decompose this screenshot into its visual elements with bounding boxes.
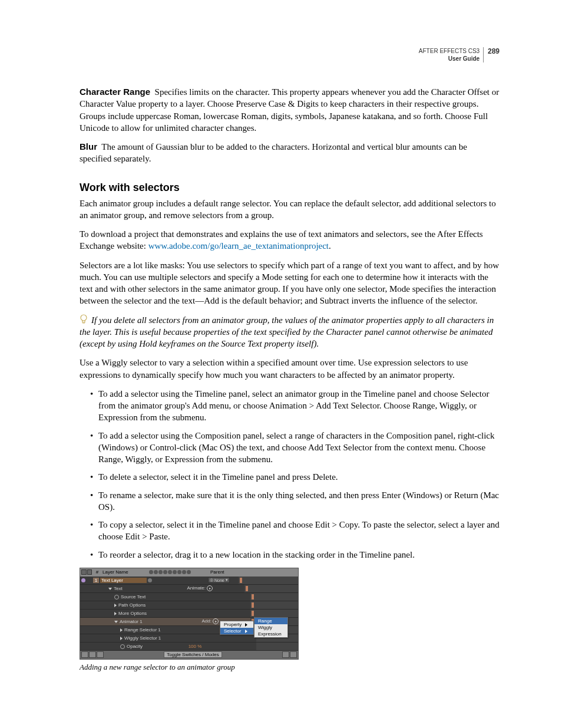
twirl-down-icon[interactable] (108, 588, 112, 590)
svg-point-0 (81, 315, 87, 321)
twirl-right-icon[interactable] (120, 637, 123, 640)
list-item: To rename a selector, make sure that it … (90, 489, 500, 513)
list-item: To copy a selector, select it in the Tim… (90, 519, 500, 543)
lightbulb-icon (80, 314, 88, 325)
footer-button[interactable] (290, 651, 297, 658)
timeline-footer: Toggle Switches / Modes (80, 651, 298, 659)
visibility-icon[interactable] (81, 578, 85, 582)
lock-icon (87, 569, 92, 575)
add-flyout-menu: Property Selector (220, 621, 254, 635)
footer-button[interactable] (97, 651, 104, 658)
body-paragraph: To download a project that demonstrates … (80, 228, 500, 252)
list-item: To reorder a selector, drag it to a new … (90, 549, 500, 561)
column-parent: Parent (210, 569, 240, 575)
layer-name[interactable]: Text Layer (100, 578, 147, 583)
opacity-row[interactable]: Opacity 100 % (80, 643, 298, 651)
page: AFTER EFFECTS CS3 User Guide 289 Charact… (0, 0, 562, 719)
body-paragraph: Each animator group includes a default r… (80, 197, 500, 222)
more-options-row[interactable]: More Options (80, 610, 298, 618)
timeline-panel: # Layer Name Parent 1 Text Layer ◎ None … (80, 568, 299, 660)
def-term: Blur (80, 141, 97, 151)
list-item: To add a selector using the Composition … (90, 430, 500, 466)
body-paragraph: Selectors are a lot like masks: You use … (80, 259, 500, 307)
source-text-row[interactable]: Source Text (80, 593, 298, 601)
timeline-header: # Layer Name Parent (80, 568, 298, 577)
def-blur: Blur The amount of Gaussian blur to be a… (80, 141, 500, 165)
list-item: To add a selector using the Timeline pan… (90, 388, 500, 424)
twirl-down-icon[interactable] (114, 621, 118, 623)
animate-menu-icon[interactable]: ▸ (207, 585, 213, 591)
guide-label: User Guide (448, 55, 480, 62)
animate-label: Animate:▸ (187, 585, 213, 591)
layer-row[interactable]: 1 Text Layer ◎ None ▾ (80, 577, 298, 585)
column-number: # (94, 569, 100, 575)
path-options-row[interactable]: Path Options (80, 601, 298, 610)
page-header: AFTER EFFECTS CS3 User Guide 289 (80, 47, 500, 62)
list-item: To delete a selector, select it in the T… (90, 471, 500, 483)
flyout-item-selector[interactable]: Selector (220, 628, 253, 634)
flyout-item-wiggly[interactable]: Wiggly (254, 624, 287, 631)
add-menu-icon[interactable]: ▸ (213, 618, 219, 624)
twirl-right-icon[interactable] (120, 628, 123, 632)
page-number: 289 (488, 47, 500, 55)
eye-icon (81, 569, 87, 575)
section-heading: Work with selectors (80, 182, 500, 194)
def-body: The amount of Gaussian blur to be added … (80, 142, 467, 163)
figure-caption: Adding a new range selector to an animat… (80, 663, 500, 672)
column-switches (149, 570, 208, 574)
footer-button[interactable] (282, 651, 289, 658)
flyout-item-property[interactable]: Property (220, 621, 253, 628)
def-character-range: Character Range Specifies limits on the … (80, 86, 500, 134)
product-name: AFTER EFFECTS CS3 (419, 48, 480, 54)
toggle-switches-button[interactable]: Toggle Switches / Modes (164, 651, 222, 658)
stopwatch-icon[interactable] (120, 644, 125, 649)
bullet-list: To add a selector using the Timeline pan… (80, 388, 500, 561)
stopwatch-icon[interactable] (114, 595, 119, 599)
text-group-row[interactable]: Text Animate:▸ (80, 585, 298, 593)
flyout-item-range[interactable]: Range (254, 618, 287, 624)
twirl-right-icon[interactable] (114, 604, 117, 607)
twirl-right-icon[interactable] (114, 612, 117, 615)
column-layer-name: Layer Name (103, 569, 147, 575)
flyout-item-expression[interactable]: Expression (254, 631, 287, 637)
animator-row[interactable]: Animator 1 Add:▸ Property Selector Range… (80, 618, 298, 626)
opacity-value[interactable]: 100 % (189, 644, 202, 649)
body-paragraph: Use a Wiggly selector to vary a selectio… (80, 357, 500, 381)
def-term: Character Range (80, 87, 150, 97)
layer-number: 1 (93, 578, 99, 583)
figure: # Layer Name Parent 1 Text Layer ◎ None … (80, 568, 500, 672)
tip-paragraph: If you delete all selectors from an anim… (80, 314, 500, 350)
footer-button[interactable] (89, 651, 96, 658)
definitions: Character Range Specifies limits on the … (80, 86, 500, 165)
exchange-link[interactable]: www.adobe.com/go/learn_ae_textanimationp… (148, 241, 329, 251)
add-label: Add:▸ (202, 618, 219, 624)
parent-dropdown[interactable]: ◎ None ▾ (208, 577, 230, 583)
selector-submenu: Range Wiggly Expression (254, 617, 288, 638)
tip-text: If you delete all selectors from an anim… (80, 315, 494, 349)
footer-button[interactable] (81, 651, 88, 658)
